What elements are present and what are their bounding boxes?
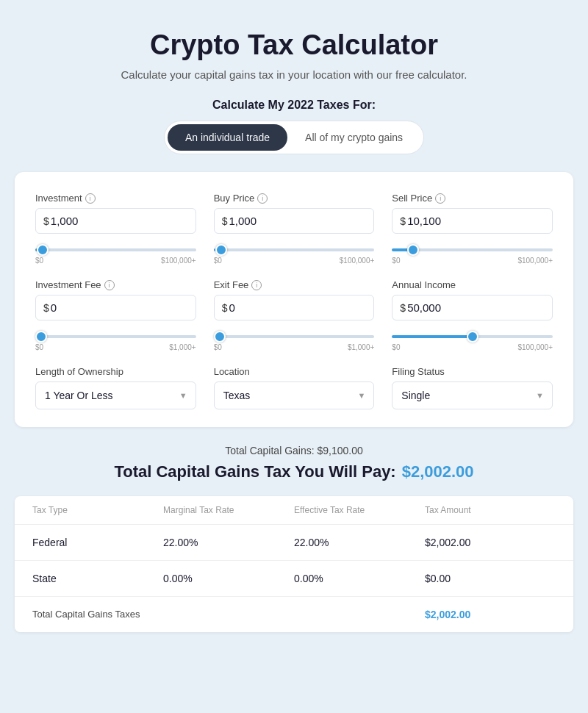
table-header-tax-type: Tax Type — [32, 505, 163, 515]
annual-income-input[interactable] — [407, 301, 545, 314]
results-section: Total Capital Gains: $9,100.00 Total Cap… — [15, 445, 573, 481]
investment-fee-currency: $ — [43, 302, 49, 314]
filing-status-select[interactable]: Single Married Filing Jointly Married Fi… — [392, 381, 553, 409]
investment-fee-slider-labels: $0 $1,000+ — [35, 343, 196, 351]
table-row: State 0.00% 0.00% $0.00 — [15, 561, 573, 597]
total-gains-label: Total Capital Gains: $9,100.00 — [22, 445, 566, 456]
exit-fee-currency: $ — [222, 302, 228, 314]
annual-income-input-wrapper: $ — [392, 295, 553, 320]
buy-price-input-wrapper: $ — [214, 208, 375, 234]
table-header-marginal: Marginal Tax Rate — [163, 505, 294, 515]
sell-price-slider-container: $0 $100,000+ — [392, 241, 553, 265]
page-header: Crypto Tax Calculator Calculate your cap… — [15, 29, 573, 81]
state-amount: $0.00 — [425, 573, 556, 584]
toggle-group: An individual trade All of my crypto gai… — [164, 121, 424, 154]
table-row: Federal 22.00% 22.00% $2,002.00 — [15, 525, 573, 561]
inputs-grid: Investment i $ $0 $100,000+ — [35, 193, 553, 409]
sell-price-input-wrapper: $ — [392, 208, 553, 234]
exit-fee-slider-labels: $0 $1,000+ — [214, 343, 375, 351]
sell-price-label: Sell Price i — [392, 193, 553, 204]
investment-slider[interactable] — [35, 248, 196, 251]
total-tax-amount: $2,002.00 — [402, 462, 474, 481]
annual-income-group: Annual Income $ $0 $100,000+ — [392, 279, 553, 351]
investment-info-icon[interactable]: i — [85, 193, 96, 204]
sell-price-currency: $ — [400, 215, 406, 227]
buy-price-group: Buy Price i $ $0 $100,000+ — [214, 193, 375, 265]
annual-income-currency: $ — [400, 302, 406, 314]
page-subtitle: Calculate your capital gains tax in your… — [15, 68, 573, 81]
investment-fee-input[interactable] — [51, 301, 188, 314]
state-effective: 0.00% — [294, 573, 425, 584]
length-of-ownership-wrapper: 1 Year Or Less More Than 1 Year ▼ — [35, 381, 196, 409]
length-of-ownership-label: Length of Ownership — [35, 366, 196, 377]
location-label: Location — [214, 366, 375, 377]
buy-price-currency: $ — [222, 215, 228, 227]
location-group: Location Texas California New York ▼ — [214, 366, 375, 409]
investment-group: Investment i $ $0 $100,000+ — [35, 193, 196, 265]
toggle-individual-trade[interactable]: An individual trade — [168, 124, 287, 151]
annual-income-slider[interactable] — [392, 335, 553, 338]
investment-fee-group: Investment Fee i $ $0 $1,000+ — [35, 279, 196, 351]
location-wrapper: Texas California New York ▼ — [214, 381, 375, 409]
total-tax-line: Total Capital Gains Tax You Will Pay: $2… — [22, 462, 566, 481]
filing-status-label: Filing Status — [392, 366, 553, 377]
exit-fee-input-wrapper: $ — [214, 295, 375, 320]
investment-fee-input-wrapper: $ — [35, 295, 196, 320]
investment-label: Investment i — [35, 193, 196, 204]
filing-status-wrapper: Single Married Filing Jointly Married Fi… — [392, 381, 553, 409]
location-select[interactable]: Texas California New York — [214, 381, 375, 409]
investment-fee-slider[interactable] — [35, 335, 196, 338]
investment-input[interactable] — [51, 215, 188, 227]
sell-price-input[interactable] — [407, 215, 545, 227]
exit-fee-info-icon[interactable]: i — [251, 280, 262, 290]
buy-price-slider-container: $0 $100,000+ — [214, 241, 375, 265]
annual-income-slider-labels: $0 $100,000+ — [392, 343, 553, 351]
length-of-ownership-group: Length of Ownership 1 Year Or Less More … — [35, 366, 196, 409]
total-effective-empty — [294, 609, 425, 620]
buy-price-slider-labels: $0 $100,000+ — [214, 257, 375, 265]
results-table: Tax Type Marginal Tax Rate Effective Tax… — [15, 496, 573, 632]
state-tax-type: State — [32, 573, 163, 584]
state-marginal: 0.00% — [163, 573, 294, 584]
investment-slider-container: $0 $100,000+ — [35, 241, 196, 265]
toggle-section: Calculate My 2022 Taxes For: An individu… — [15, 98, 573, 154]
table-header-effective: Effective Tax Rate — [294, 505, 425, 515]
annual-income-slider-container: $0 $100,000+ — [392, 328, 553, 351]
buy-price-slider[interactable] — [214, 248, 375, 251]
total-label: Total Capital Gains Taxes — [32, 609, 163, 620]
buy-price-input[interactable] — [229, 215, 366, 227]
sell-price-slider-labels: $0 $100,000+ — [392, 257, 553, 265]
filing-status-group: Filing Status Single Married Filing Join… — [392, 366, 553, 409]
exit-fee-slider[interactable] — [214, 335, 375, 338]
sell-price-slider[interactable] — [392, 248, 553, 251]
investment-fee-info-icon[interactable]: i — [104, 280, 115, 290]
table-header-tax-amount: Tax Amount — [425, 505, 556, 515]
sell-price-group: Sell Price i $ $0 $100,000+ — [392, 193, 553, 265]
length-of-ownership-select[interactable]: 1 Year Or Less More Than 1 Year — [35, 381, 196, 409]
total-row: Total Capital Gains Taxes $2,002.00 — [15, 597, 573, 632]
annual-income-label: Annual Income — [392, 279, 553, 290]
exit-fee-slider-container: $0 $1,000+ — [214, 328, 375, 351]
calculator-card: Investment i $ $0 $100,000+ — [15, 172, 573, 427]
toggle-all-gains[interactable]: All of my crypto gains — [287, 124, 420, 151]
investment-fee-slider-container: $0 $1,000+ — [35, 328, 196, 351]
federal-effective: 22.00% — [294, 537, 425, 548]
exit-fee-group: Exit Fee i $ $0 $1,000+ — [214, 279, 375, 351]
page-title: Crypto Tax Calculator — [15, 29, 573, 61]
federal-tax-type: Federal — [32, 537, 163, 548]
exit-fee-label: Exit Fee i — [214, 279, 375, 290]
investment-fee-label: Investment Fee i — [35, 279, 196, 290]
toggle-label: Calculate My 2022 Taxes For: — [15, 98, 573, 112]
total-amount: $2,002.00 — [425, 609, 556, 620]
total-tax-label: Total Capital Gains Tax You Will Pay: — [114, 462, 395, 481]
investment-input-wrapper: $ — [35, 208, 196, 234]
sell-price-info-icon[interactable]: i — [435, 193, 445, 204]
buy-price-label: Buy Price i — [214, 193, 375, 204]
investment-slider-labels: $0 $100,000+ — [35, 257, 196, 265]
exit-fee-input[interactable] — [229, 301, 366, 314]
total-marginal-empty — [163, 609, 294, 620]
table-header: Tax Type Marginal Tax Rate Effective Tax… — [15, 496, 573, 525]
federal-amount: $2,002.00 — [425, 537, 556, 548]
federal-marginal: 22.00% — [163, 537, 294, 548]
buy-price-info-icon[interactable]: i — [257, 193, 268, 204]
